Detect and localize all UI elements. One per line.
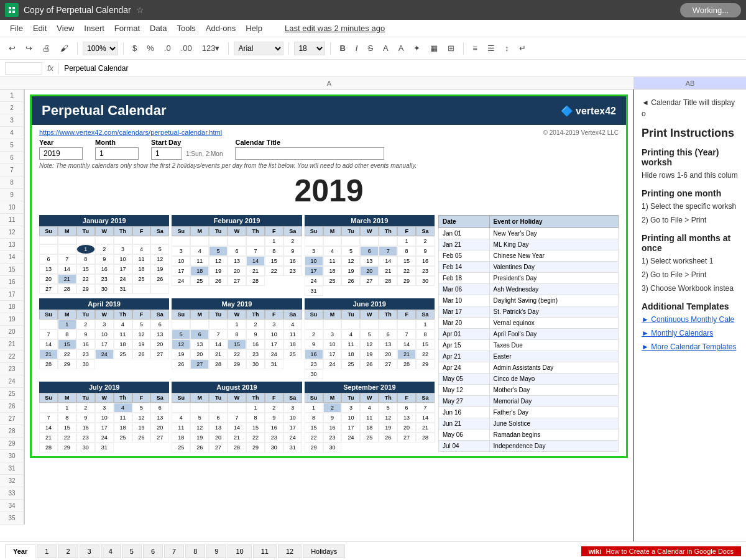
row-num-10: 10 bbox=[0, 201, 24, 214]
align-center-btn[interactable]: ☰ bbox=[484, 42, 499, 55]
tab-2[interactable]: 2 bbox=[58, 544, 78, 558]
format123-btn[interactable]: 123▾ bbox=[198, 42, 224, 55]
holiday-table: Date Event or Holiday Jan 01New Year's D… bbox=[438, 215, 619, 452]
tab-7[interactable]: 7 bbox=[164, 544, 184, 558]
tab-8[interactable]: 8 bbox=[185, 544, 205, 558]
month-mar: March 2019 Su M Tu W Th F Sa bbox=[305, 215, 435, 296]
month-input[interactable] bbox=[95, 147, 139, 160]
menu-file[interactable]: File bbox=[5, 21, 28, 35]
formula-input[interactable]: Perpetual Calendar bbox=[58, 63, 741, 74]
menu-edit[interactable]: Edit bbox=[28, 21, 52, 35]
svg-rect-3 bbox=[9, 11, 11, 13]
apr-header: April 2019 bbox=[39, 298, 169, 310]
cal-url-link[interactable]: https://www.vertex42.com/calendars/perpe… bbox=[39, 129, 222, 136]
tab-1[interactable]: 1 bbox=[37, 544, 57, 558]
menu-addons[interactable]: Add-ons bbox=[201, 21, 241, 35]
tab-3[interactable]: 3 bbox=[80, 544, 99, 558]
jul-days-grid: Su M Tu W Th F Sa 1 2 bbox=[39, 393, 169, 452]
tab-5[interactable]: 5 bbox=[122, 544, 142, 558]
undo-btn[interactable]: ↩ bbox=[5, 42, 19, 55]
borders-btn[interactable]: ▦ bbox=[426, 42, 441, 55]
underline-btn[interactable]: A bbox=[379, 42, 392, 55]
holiday-event: Chinese New Year bbox=[489, 250, 618, 262]
holiday-event: Cinco de Mayo bbox=[489, 374, 618, 385]
may-days-grid: Su M Tu W Th F Sa bbox=[172, 310, 302, 369]
merge-btn[interactable]: ⊞ bbox=[444, 42, 458, 55]
print-btn[interactable]: 🖨 bbox=[39, 42, 54, 55]
row-num-32: 32 bbox=[0, 475, 24, 487]
row-num-33: 33 bbox=[0, 487, 24, 500]
holiday-row: Mar 20Vernal equinox bbox=[439, 318, 619, 329]
redo-btn[interactable]: ↪ bbox=[22, 42, 36, 55]
year-input[interactable] bbox=[39, 147, 83, 160]
svg-rect-4 bbox=[12, 11, 15, 13]
link-more-templates[interactable]: ► More Calendar Templates bbox=[642, 342, 736, 351]
tab-9[interactable]: 9 bbox=[206, 544, 226, 558]
apr-days-grid: Su M Tu W Th F Sa 1 2 bbox=[39, 310, 169, 369]
link-monthly-calendars[interactable]: ► Monthly Calendars bbox=[642, 329, 713, 337]
day-cell: 9 bbox=[95, 254, 114, 264]
color-btn[interactable]: A bbox=[395, 42, 408, 55]
holiday-event: Ramadan begins bbox=[489, 429, 618, 441]
menu-tools[interactable]: Tools bbox=[172, 21, 200, 35]
holiday-date: May 12 bbox=[439, 385, 490, 396]
tab-year[interactable]: Year bbox=[5, 544, 35, 558]
link-continuous-monthly[interactable]: ► Continuous Monthly Cale bbox=[642, 315, 734, 324]
align-left-btn[interactable]: ≡ bbox=[469, 42, 481, 55]
row-num-20: 20 bbox=[0, 326, 24, 338]
day-label: Tu bbox=[76, 226, 95, 236]
caltitle-input[interactable] bbox=[235, 147, 384, 160]
holiday-date: Jun 21 bbox=[439, 418, 490, 429]
decimal0-btn[interactable]: .0 bbox=[160, 42, 175, 55]
font-select[interactable]: Arial bbox=[234, 42, 283, 55]
holiday-event: President's Day bbox=[489, 273, 618, 284]
bg-color-btn[interactable]: ✦ bbox=[410, 42, 424, 55]
menu-format[interactable]: Format bbox=[109, 21, 145, 35]
print-all-title: Printing all months at once bbox=[642, 233, 739, 253]
menu-help[interactable]: Help bbox=[241, 21, 267, 35]
zoom-select[interactable]: 100% bbox=[83, 42, 118, 55]
last-edit[interactable]: Last edit was 2 minutes ago bbox=[280, 21, 390, 35]
valign-btn[interactable]: ↕ bbox=[501, 42, 513, 55]
holiday-date: Apr 21 bbox=[439, 351, 490, 362]
startday-input[interactable] bbox=[151, 147, 182, 160]
aug-days-grid: Su M Tu W Th F Sa bbox=[172, 393, 302, 452]
row-num-11: 11 bbox=[0, 214, 24, 226]
tab-10[interactable]: 10 bbox=[228, 544, 251, 558]
bottom-bar: Year123456789101112Holidays wiki How to … bbox=[0, 541, 746, 560]
menu-insert[interactable]: Insert bbox=[79, 21, 109, 35]
mar-header: March 2019 bbox=[305, 215, 435, 226]
decimal2-btn[interactable]: .00 bbox=[177, 42, 196, 55]
holiday-row: Jan 01New Year's Day bbox=[439, 228, 619, 239]
tab-12[interactable]: 12 bbox=[278, 544, 302, 558]
currency-btn[interactable]: $ bbox=[129, 42, 140, 55]
row-num-15: 15 bbox=[0, 264, 24, 276]
holiday-event: Father's Day bbox=[489, 407, 618, 418]
day-label: W bbox=[95, 226, 114, 236]
italic-btn[interactable]: I bbox=[352, 42, 362, 55]
print-all-step1: 1) Select worksheet 1 bbox=[642, 255, 739, 267]
percent-btn[interactable]: % bbox=[143, 42, 158, 55]
menu-data[interactable]: Data bbox=[145, 21, 172, 35]
row-num-7: 7 bbox=[0, 164, 24, 177]
paintformat-btn[interactable]: 🖌 bbox=[57, 42, 72, 55]
day-cell: 10 bbox=[114, 254, 132, 264]
cal-header: Perpetual Calendar 🔷 vertex42 bbox=[32, 96, 626, 125]
holiday-date: May 05 bbox=[439, 374, 490, 385]
fontsize-select[interactable]: 18 bbox=[294, 42, 325, 55]
tab-4[interactable]: 4 bbox=[101, 544, 121, 558]
tab-6[interactable]: 6 bbox=[143, 544, 163, 558]
bold-btn[interactable]: B bbox=[336, 42, 349, 55]
print-year-title: Printing this (Year) worksh bbox=[642, 147, 739, 167]
menu-view[interactable]: View bbox=[52, 21, 79, 35]
wiki-text: How to Create a Calendar in Google Docs bbox=[606, 548, 734, 555]
cell-reference[interactable] bbox=[5, 62, 42, 75]
tab-holidays[interactable]: Holidays bbox=[303, 544, 345, 558]
tab-11[interactable]: 11 bbox=[253, 544, 277, 558]
jun-header: June 2019 bbox=[305, 298, 435, 310]
strikethrough-btn[interactable]: S bbox=[364, 42, 377, 55]
star-icon[interactable]: ☆ bbox=[136, 5, 144, 15]
wrap-btn[interactable]: ↵ bbox=[515, 42, 530, 55]
holiday-event: ML King Day bbox=[489, 239, 618, 250]
day-cell bbox=[39, 236, 58, 244]
